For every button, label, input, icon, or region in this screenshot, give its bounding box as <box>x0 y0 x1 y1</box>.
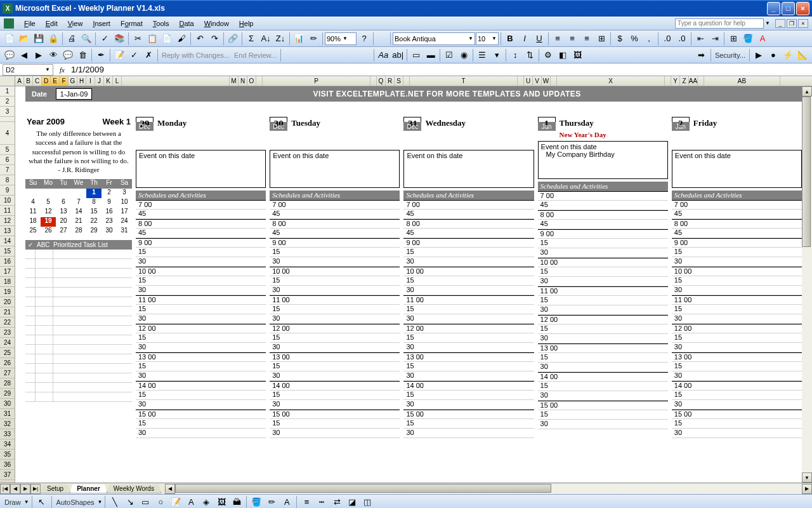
row-header[interactable]: 23 <box>0 328 15 338</box>
schedule-row[interactable]: 45 <box>538 220 668 229</box>
schedule-row[interactable]: 15 <box>672 333 802 343</box>
picture-icon[interactable]: 🏔 <box>230 495 244 509</box>
calendar-day[interactable]: 17 <box>117 208 132 217</box>
control-button-icon[interactable]: ▬ <box>424 48 438 62</box>
calendar-day[interactable]: 30 <box>102 227 117 236</box>
date-input-cell[interactable]: 1-Jan-09 <box>56 88 92 100</box>
calendar-day[interactable]: 5 <box>41 198 56 208</box>
calendar-day[interactable]: 28 <box>71 227 86 236</box>
schedule-row[interactable]: 30 <box>136 371 266 381</box>
row-header[interactable]: 18 <box>0 277 15 287</box>
spelling-icon[interactable]: ✓ <box>98 32 112 46</box>
calendar-day[interactable] <box>71 189 86 198</box>
control-combobox-icon[interactable]: ▾ <box>490 48 504 62</box>
schedule-row[interactable]: 12 00 <box>136 324 266 333</box>
menu-help[interactable]: Help <box>234 18 259 29</box>
schedule-row[interactable]: 7 00 <box>538 191 668 201</box>
schedule-row[interactable]: 10 00 <box>270 267 400 276</box>
schedule-row[interactable]: 15 <box>538 239 668 248</box>
schedule-row[interactable]: 15 <box>136 362 266 371</box>
schedule-row[interactable]: 30 <box>270 429 400 438</box>
schedule-row[interactable]: 15 <box>403 248 534 257</box>
schedule-row[interactable]: 8 00 <box>538 210 668 220</box>
doc-minimize-button[interactable]: _ <box>775 19 785 28</box>
schedule-row[interactable]: 15 <box>538 353 668 363</box>
print-preview-icon[interactable]: 🔍 <box>79 32 93 46</box>
redo-icon[interactable]: ↷ <box>207 32 221 46</box>
schedule-row[interactable]: 30 <box>403 286 534 295</box>
schedule-row[interactable]: 14 00 <box>136 381 266 391</box>
help-icon[interactable]: ? <box>357 32 371 46</box>
calendar-day[interactable]: 11 <box>25 208 41 217</box>
column-header[interactable]: P <box>263 76 370 86</box>
schedule-row[interactable]: 30 <box>136 429 266 438</box>
schedule-row[interactable]: 13 00 <box>538 344 668 353</box>
schedule-row[interactable]: 8 00 <box>136 219 266 229</box>
row-header[interactable]: 10 <box>0 196 15 206</box>
schedule-row[interactable]: 15 <box>672 419 802 429</box>
row-header[interactable]: 13 <box>0 226 15 236</box>
vertical-scrollbar[interactable]: ▲ ▼ <box>802 86 812 483</box>
column-header[interactable]: M <box>230 76 239 86</box>
schedule-row[interactable]: 15 <box>270 333 400 343</box>
schedule-row[interactable]: 15 <box>538 410 668 420</box>
schedule-row[interactable]: 8 00 <box>403 219 534 229</box>
schedule-row[interactable]: 30 <box>403 400 534 410</box>
task-row[interactable] <box>25 373 132 383</box>
row-header[interactable]: 35 <box>0 450 15 460</box>
row-header[interactable]: 2 <box>0 97 15 107</box>
schedule-row[interactable]: 15 <box>538 324 668 334</box>
align-left-icon[interactable]: ≡ <box>551 32 565 46</box>
new-comment-icon[interactable]: 💬 <box>3 48 16 62</box>
row-header[interactable]: 1 <box>0 86 15 97</box>
select-objects-icon[interactable]: ↖ <box>35 495 49 509</box>
help-question-input[interactable] <box>675 18 764 29</box>
permission-icon[interactable]: 🔒 <box>46 32 60 46</box>
schedule-row[interactable]: 45 <box>136 229 266 238</box>
control-group-icon[interactable]: ▭ <box>409 48 423 62</box>
schedule-row[interactable]: 45 <box>270 229 400 238</box>
schedule-row[interactable]: 30 <box>538 391 668 401</box>
font-color-draw-icon[interactable]: A <box>280 495 294 509</box>
schedule-row[interactable]: 30 <box>672 314 802 324</box>
schedule-row[interactable]: 15 00 <box>672 410 802 419</box>
row-header[interactable]: 30 <box>0 399 15 409</box>
print-icon[interactable]: 🖨 <box>65 32 79 46</box>
help-dropdown-icon[interactable]: ▼ <box>765 20 770 26</box>
schedule-row[interactable]: 10 00 <box>136 267 266 276</box>
schedule-row[interactable]: 15 00 <box>403 410 534 419</box>
task-row[interactable] <box>25 364 132 373</box>
menu-window[interactable]: Window <box>199 18 234 29</box>
schedule-row[interactable]: 12 00 <box>270 324 400 333</box>
schedule-row[interactable]: 13 00 <box>403 352 534 362</box>
increase-indent-icon[interactable]: ⇥ <box>708 32 722 46</box>
copy-icon[interactable]: 📋 <box>145 32 159 46</box>
row-header[interactable]: 16 <box>0 257 15 267</box>
schedule-row[interactable]: 9 00 <box>136 238 266 248</box>
rectangle-icon[interactable]: ▭ <box>138 495 152 509</box>
minimize-button[interactable]: _ <box>767 2 780 15</box>
schedule-row[interactable]: 15 <box>136 419 266 429</box>
calendar-day[interactable] <box>56 189 71 198</box>
undo-icon[interactable]: ↶ <box>193 32 207 46</box>
column-header[interactable]: A <box>15 76 24 86</box>
control-option-icon[interactable]: ◉ <box>457 48 471 62</box>
schedule-row[interactable]: 15 <box>403 391 534 400</box>
schedule-row[interactable]: 15 <box>672 305 802 314</box>
schedule-row[interactable]: 30 <box>672 257 802 267</box>
next-comment-icon[interactable]: ▶ <box>32 48 46 62</box>
increase-decimal-icon[interactable]: .0 <box>660 32 674 46</box>
hscroll-thumb[interactable] <box>175 484 551 493</box>
schedule-row[interactable]: 15 <box>270 419 400 429</box>
row-header[interactable]: 21 <box>0 307 15 318</box>
tab-next-icon[interactable]: ▶ <box>20 484 30 494</box>
schedule-row[interactable]: 30 <box>136 400 266 410</box>
column-header[interactable]: D <box>42 76 51 86</box>
task-row[interactable] <box>25 297 132 307</box>
tab-last-icon[interactable]: ▶| <box>30 484 41 494</box>
show-all-comments-icon[interactable]: 💬 <box>61 48 75 62</box>
comma-icon[interactable]: , <box>642 32 656 46</box>
schedule-row[interactable]: 10 00 <box>538 258 668 267</box>
row-header[interactable]: 22 <box>0 318 15 328</box>
schedule-row[interactable]: 15 <box>136 276 266 286</box>
